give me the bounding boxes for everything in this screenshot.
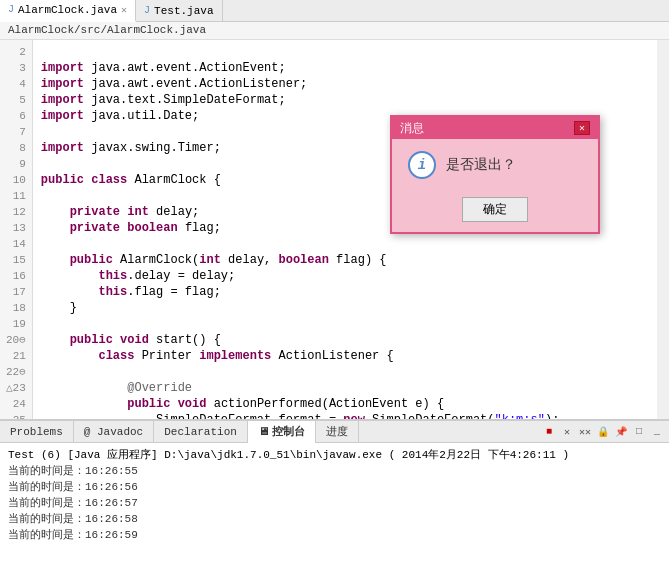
bottom-tab-progress[interactable]: 进度 xyxy=(316,421,359,443)
ln-21: 21 xyxy=(6,348,26,364)
breadcrumb: AlarmClock/src/AlarmClock.java xyxy=(0,22,669,40)
dialog-footer: 确定 xyxy=(392,191,598,232)
bottom-tab-console-icon: 🖥 xyxy=(258,425,269,438)
ln-13: 13 xyxy=(6,220,26,236)
bottom-tab-problems[interactable]: Problems xyxy=(0,421,74,443)
ln-18: 18 xyxy=(6,300,26,316)
bottom-tab-javadoc[interactable]: @ Javadoc xyxy=(74,421,154,443)
java-file-icon-2: J xyxy=(144,5,150,16)
tab-test[interactable]: J Test.java xyxy=(136,0,222,22)
bottom-tab-declaration-label: Declaration xyxy=(164,426,237,438)
clear-console-button[interactable]: ✕✕ xyxy=(577,424,593,440)
dialog-close-button[interactable]: ✕ xyxy=(574,121,590,135)
scrollbar[interactable] xyxy=(657,40,669,419)
ln-20: 20⊖ xyxy=(6,332,26,348)
dialog-message: 是否退出？ xyxy=(446,156,516,174)
ln-11: 11 xyxy=(6,188,26,204)
ln-3: 3 xyxy=(6,60,26,76)
ln-16: 16 xyxy=(6,268,26,284)
ln-14: 14 xyxy=(6,236,26,252)
ln-9: 9 xyxy=(6,156,26,172)
ln-15: 15 xyxy=(6,252,26,268)
bottom-tab-javadoc-label: @ Javadoc xyxy=(84,426,143,438)
ln-8: 8 xyxy=(6,140,26,156)
dialog-titlebar: 消息 ✕ xyxy=(392,117,598,139)
console-line-4: 当前的时间是：16:26:59 xyxy=(8,527,661,543)
console-line-0: 当前的时间是：16:26:55 xyxy=(8,463,661,479)
maximize-button[interactable]: □ xyxy=(631,424,647,440)
ln-12: 12 xyxy=(6,204,26,220)
message-dialog: 消息 ✕ i 是否退出？ 确定 xyxy=(390,115,600,234)
tab-label-alarmclock: AlarmClock.java xyxy=(18,4,117,16)
ln-17: 17 xyxy=(6,284,26,300)
bottom-tab-progress-label: 进度 xyxy=(326,424,348,439)
dialog-body: i 是否退出？ xyxy=(392,139,598,191)
console-output: Test (6) [Java 应用程序] D:\java\jdk1.7.0_51… xyxy=(0,443,669,579)
bottom-tab-console[interactable]: 🖥 控制台 xyxy=(248,421,316,443)
bottom-tab-bar: Problems @ Javadoc Declaration 🖥 控制台 进度 … xyxy=(0,421,669,443)
pin-button[interactable]: 📌 xyxy=(613,424,629,440)
info-icon: i xyxy=(408,151,436,179)
bottom-tab-console-label: 控制台 xyxy=(272,424,305,439)
ln-2: 2 xyxy=(6,44,26,60)
ln-19: 19 xyxy=(6,316,26,332)
ln-24: 24 xyxy=(6,396,26,412)
stop-button[interactable]: ■ xyxy=(541,424,557,440)
console-header: Test (6) [Java 应用程序] D:\java\jdk1.7.0_51… xyxy=(8,447,661,463)
ln-10: 10 xyxy=(6,172,26,188)
bottom-panel: Problems @ Javadoc Declaration 🖥 控制台 进度 … xyxy=(0,420,669,579)
console-line-3: 当前的时间是：16:26:58 xyxy=(8,511,661,527)
bottom-toolbar: ■ ✕ ✕✕ 🔒 📌 □ _ xyxy=(541,424,669,440)
ln-7: 7 xyxy=(6,124,26,140)
line-numbers: 2 3 4 5 6 7 8 9 10 11 12 13 14 15 16 17 … xyxy=(0,40,33,419)
tab-close-alarmclock[interactable]: ✕ xyxy=(121,4,127,16)
tab-alarmclock[interactable]: J AlarmClock.java ✕ xyxy=(0,0,136,22)
minimize-button[interactable]: _ xyxy=(649,424,665,440)
ln-5: 5 xyxy=(6,92,26,108)
java-file-icon: J xyxy=(8,4,14,15)
ln-22: 22⊖ xyxy=(6,364,26,380)
ln-4: 4 xyxy=(6,76,26,92)
bottom-tab-problems-label: Problems xyxy=(10,426,63,438)
dialog-title: 消息 xyxy=(400,120,424,137)
dialog-ok-button[interactable]: 确定 xyxy=(462,197,528,222)
tab-label-test: Test.java xyxy=(154,5,213,17)
console-line-1: 当前的时间是：16:26:56 xyxy=(8,479,661,495)
tab-bar: J AlarmClock.java ✕ J Test.java xyxy=(0,0,669,22)
bottom-tab-declaration[interactable]: Declaration xyxy=(154,421,248,443)
close-console-button[interactable]: ✕ xyxy=(559,424,575,440)
ln-25: 25 xyxy=(6,412,26,419)
ln-6: 6 xyxy=(6,108,26,124)
ln-23: △23 xyxy=(6,380,26,396)
console-line-2: 当前的时间是：16:26:57 xyxy=(8,495,661,511)
scroll-lock-button[interactable]: 🔒 xyxy=(595,424,611,440)
